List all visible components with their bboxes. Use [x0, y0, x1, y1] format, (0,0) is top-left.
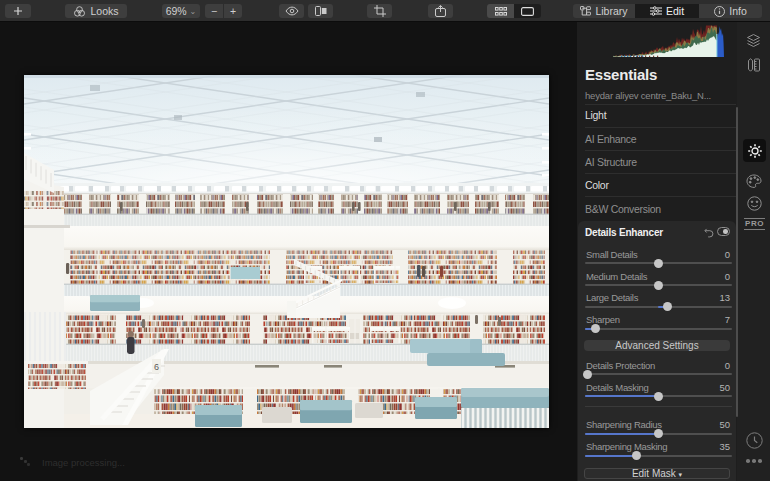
- svg-text:6: 6: [154, 362, 159, 372]
